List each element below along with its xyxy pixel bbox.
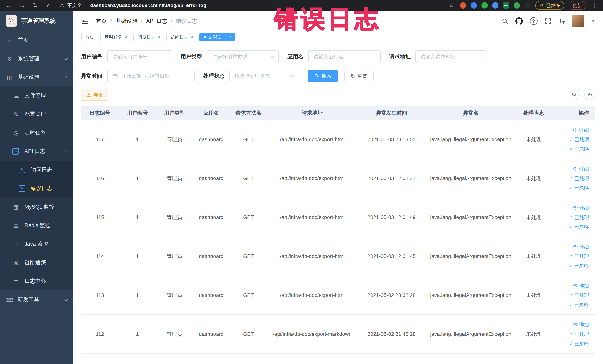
font-size-icon[interactable]: TT <box>558 17 565 25</box>
sidebar-item-label: 错误日志 <box>31 185 52 192</box>
cell-log-id: 117 <box>81 137 119 142</box>
detail-link[interactable]: 详细 <box>573 322 589 328</box>
eye-icon: ◉ <box>12 259 20 266</box>
sidebar-item-log-center[interactable]: ▤ 日志中心 <box>0 272 73 290</box>
close-icon[interactable]: × <box>125 35 127 39</box>
home-icon[interactable]: ⌂ <box>45 2 53 9</box>
close-icon[interactable]: × <box>228 35 231 39</box>
breadcrumb-item[interactable]: 基础设施 <box>116 17 137 25</box>
extension-icon[interactable] <box>524 2 531 9</box>
extension-icon[interactable] <box>481 2 488 9</box>
tab-error-log[interactable]: 错误日志 × <box>199 33 235 41</box>
sidebar-item-redis-monitor[interactable]: ≣ Redis 监控 <box>0 216 73 235</box>
tab-home[interactable]: 首页 <box>81 33 98 41</box>
extension-icon[interactable] <box>471 2 477 9</box>
caret-down-icon[interactable] <box>591 20 595 22</box>
user-id-input[interactable] <box>107 50 172 63</box>
breadcrumb-item[interactable]: API 日志 <box>146 17 167 25</box>
extension-icon[interactable] <box>492 2 499 9</box>
github-icon[interactable] <box>515 17 523 25</box>
detail-link[interactable]: 详细 <box>573 244 589 250</box>
sidebar-item-config-manage[interactable]: ✎ 配置管理 <box>0 105 73 124</box>
processed-link[interactable]: ✓ 已处理 <box>569 253 589 260</box>
detail-link[interactable]: 详细 <box>573 282 589 289</box>
search-button[interactable]: 搜索 <box>308 70 338 82</box>
column-header: 请求方法名 <box>230 109 267 117</box>
search-icon[interactable] <box>502 18 508 24</box>
extension-icon[interactable] <box>460 2 466 9</box>
sidebar-item-infra[interactable]: ◫ 基础设施 <box>0 68 73 86</box>
app-logo[interactable]: 芋道管理系统 <box>0 11 73 31</box>
cell-app-name: dashboard <box>193 176 230 181</box>
fullscreen-icon[interactable] <box>545 18 551 24</box>
forward-icon[interactable]: → <box>18 2 26 9</box>
help-icon[interactable]: ? <box>530 17 538 25</box>
sidebar-item-trace[interactable]: ◉ 链路追踪 <box>0 253 73 272</box>
tab-label: 访问日志 <box>171 34 188 40</box>
back-icon[interactable]: ← <box>5 2 13 9</box>
ignored-link[interactable]: ✓ 已忽略 <box>569 224 589 230</box>
sidebar-item-error-log[interactable]: ✎ 错误日志 <box>0 179 73 198</box>
user-type-select[interactable]: 请选择用户类型 <box>207 50 279 63</box>
processed-link[interactable]: ✓ 已处理 <box>569 175 589 182</box>
close-icon[interactable]: × <box>191 35 193 39</box>
table-header-row: 日志编号 用户编号 用户类型 应用名 请求方法名 请求地址 异常发生时间 异常名… <box>81 106 595 120</box>
document-icon: ▤ <box>12 278 20 284</box>
update-button[interactable]: 更新 <box>568 1 586 10</box>
sidebar-item-mysql-monitor[interactable]: ▦ MySQL 监控 <box>0 198 73 216</box>
ignored-link[interactable]: ✓ 已忽略 <box>569 263 589 269</box>
tab-schedule-log[interactable]: 调度日志 × <box>133 33 164 41</box>
process-status-select[interactable]: 请选择处理状态 <box>230 70 299 82</box>
hamburger-icon[interactable] <box>81 17 89 25</box>
sidebar-item-file-manage[interactable]: ☁ 文件管理 <box>0 86 73 105</box>
refresh-table-icon[interactable]: ↻ <box>584 89 595 100</box>
ignored-link[interactable]: ✓ 已忽略 <box>569 185 589 191</box>
detail-link[interactable]: 详细 <box>573 127 589 133</box>
export-button[interactable]: 导出 <box>81 89 108 101</box>
app-name-input[interactable] <box>308 50 381 63</box>
sidebar: 芋道管理系统 ⌂ 首页 ⚙ 系统管理 ◫ 基础设施 ☁ 文件管理 ✎ <box>0 11 73 364</box>
kebab-menu-icon[interactable]: ⋮ <box>590 2 598 9</box>
detail-link[interactable]: 详细 <box>573 205 589 211</box>
sidebar-item-dev-tools[interactable]: ⌨ 研发工具 <box>0 290 73 309</box>
ignored-link[interactable]: ✓ 已忽略 <box>569 302 589 308</box>
avatar[interactable] <box>572 15 584 27</box>
user-id-label: 用户编号 <box>81 53 102 60</box>
tab-label: 调度日志 <box>138 34 155 40</box>
cell-user-type: 管理员 <box>156 136 193 143</box>
breadcrumb: 首页 / 基础设施 / API 日志 / 错误日志 <box>96 17 197 25</box>
toggle-search-icon[interactable] <box>569 89 580 100</box>
sidebar-item-scheduled-jobs[interactable]: ◷ 定时任务 <box>0 124 73 142</box>
close-icon[interactable]: × <box>158 35 160 39</box>
bookmark-star-icon[interactable]: ☆ <box>448 2 455 9</box>
processed-link[interactable]: ✓ 已处理 <box>569 292 589 299</box>
detail-link[interactable]: 详细 <box>573 166 589 172</box>
reset-button[interactable]: ↻ 重置 <box>344 70 373 82</box>
sidebar-item-home[interactable]: ⌂ 首页 <box>0 31 73 49</box>
chevron-up-icon <box>64 150 68 154</box>
cell-actions: 详细 ✓ 已处理 ✓ 已忽略 <box>552 244 595 269</box>
ignored-link[interactable]: ✓ 已忽略 <box>569 341 589 347</box>
cell-request-url: /api/infra/db-doc/export-html <box>267 214 357 220</box>
breadcrumb-item[interactable]: 首页 <box>96 17 107 25</box>
cell-status: 未处理 <box>515 214 552 221</box>
exception-time-range[interactable]: 开始日期 - 结束日期 <box>107 70 195 82</box>
processed-link[interactable]: ✓ 已处理 <box>569 136 589 143</box>
tab-scheduled-jobs[interactable]: 定时任务 × <box>101 33 131 41</box>
processed-link[interactable]: ✓ 已处理 <box>569 331 589 338</box>
sidebar-item-system[interactable]: ⚙ 系统管理 <box>0 49 73 68</box>
tab-access-log[interactable]: 访问日志 × <box>166 33 197 41</box>
address-bar[interactable]: ⚠ 不安全 dashboard.yudao.iocoder.cn/infra/l… <box>60 2 206 9</box>
extension-on-icon[interactable]: on <box>503 2 509 9</box>
extension-icon[interactable] <box>514 2 520 9</box>
sidebar-item-access-log[interactable]: ✎ 访问日志 <box>0 161 73 179</box>
processed-link[interactable]: ✓ 已处理 <box>569 214 589 221</box>
ignored-link[interactable]: ✓ 已忽略 <box>569 146 589 152</box>
cell-log-id: 116 <box>81 176 119 181</box>
refresh-icon: ↻ <box>351 73 355 79</box>
profile-paused-button[interactable]: ☺ 已暂停 <box>535 1 564 10</box>
sidebar-item-java-monitor[interactable]: ☕ Java 监控 <box>0 235 73 253</box>
request-url-input[interactable] <box>415 50 487 63</box>
sidebar-item-api-log[interactable]: ✎ API 日志 <box>0 142 73 161</box>
reload-icon[interactable]: ↻ <box>32 2 39 9</box>
